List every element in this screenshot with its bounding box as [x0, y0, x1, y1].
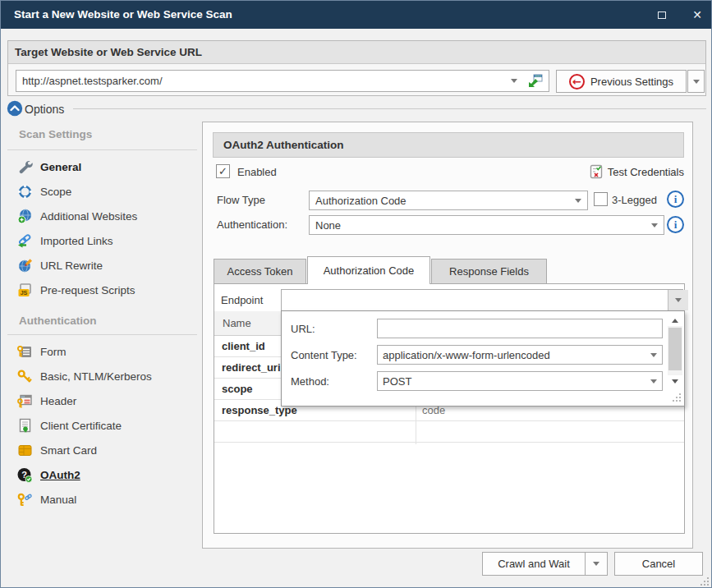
test-credentials-label: Test Credentials	[608, 166, 684, 178]
scrollbar-thumb[interactable]	[668, 328, 682, 370]
scan-dialog: Start a New Website or Web Service Scan …	[0, 0, 712, 588]
form-key-icon	[17, 344, 33, 360]
authentication-divider	[7, 334, 197, 335]
sidebar-item-label: Scope	[40, 186, 71, 198]
previous-settings-button[interactable]: ← Previous Settings	[556, 70, 687, 93]
sidebar-item-label: Basic, NTLM/Kerberos	[40, 370, 152, 383]
globe-pencil-icon	[17, 258, 33, 273]
sidebar-item-label: Smart Card	[40, 444, 97, 457]
popup-content-type-value: application/x-www-form-urlencoded	[383, 349, 650, 361]
flow-type-info-icon[interactable]: i	[667, 191, 684, 208]
endpoint-combobox[interactable]	[281, 289, 683, 311]
target-icon	[17, 184, 33, 200]
flow-type-value: Authorization Code	[315, 195, 575, 207]
authentication-value: None	[315, 219, 651, 232]
close-button[interactable]: ✕	[689, 7, 705, 22]
authentication-combobox[interactable]: None	[309, 215, 664, 235]
sidebar-item-label: Header	[40, 395, 76, 407]
titlebar: Start a New Website or Web Service Scan …	[1, 1, 712, 29]
popup-content-type-combobox[interactable]: application/x-www-form-urlencoded	[377, 345, 663, 365]
chevron-down-icon	[650, 353, 657, 357]
oauth2-section-header: OAuth2 Authentication	[213, 132, 684, 158]
scrollbar-track[interactable]	[668, 326, 682, 375]
triangle-down-icon	[672, 379, 678, 384]
maximize-icon	[658, 11, 666, 19]
sidebar-item-basic-ntlm-kerberos[interactable]: Basic, NTLM/Kerberos	[17, 367, 198, 385]
certificate-icon	[17, 418, 33, 434]
sidebar-item-pre-request-scripts[interactable]: JS Pre-request Scripts	[17, 281, 198, 299]
popup-method-value: POST	[383, 375, 650, 388]
sidebar-item-label: Pre-request Scripts	[40, 284, 136, 296]
options-divider	[73, 108, 706, 109]
authentication-header: Authentication	[19, 315, 97, 327]
previous-settings-label: Previous Settings	[590, 76, 673, 88]
popup-url-input[interactable]	[377, 319, 663, 338]
enabled-checkbox[interactable]: ✓	[216, 164, 230, 178]
test-credentials-button[interactable]: Test Credentials	[576, 163, 684, 180]
crawl-and-wait-button[interactable]: Crawl and Wait	[482, 552, 586, 576]
target-url-combobox[interactable]: http://aspnet.testsparker.com/	[16, 70, 549, 92]
sidebar-item-general[interactable]: General	[17, 158, 198, 176]
chevron-down-icon	[650, 379, 657, 384]
triangle-up-icon	[672, 319, 678, 323]
popup-method-label: Method:	[291, 375, 329, 388]
sidebar-item-manual[interactable]: Manual	[17, 490, 198, 508]
tab-label: Response Fields	[449, 265, 529, 278]
window-resize-grip[interactable]	[698, 575, 710, 587]
sidebar-item-oauth2[interactable]: ? OAuth2	[17, 466, 198, 484]
scroll-up-button[interactable]	[668, 315, 682, 326]
sidebar-item-label: Additional Websites	[40, 210, 137, 223]
sidebar-item-label: Client Certificate	[40, 420, 122, 432]
tab-access-token[interactable]: Access Token	[214, 259, 306, 284]
popup-method-combobox[interactable]: POST	[377, 371, 663, 391]
key-link-icon	[17, 492, 33, 508]
tab-response-fields[interactable]: Response Fields	[431, 259, 547, 284]
cancel-button[interactable]: Cancel	[614, 552, 703, 576]
options-label[interactable]: Options	[25, 103, 64, 116]
scan-settings-divider	[7, 149, 197, 150]
previous-arrow-icon: ←	[569, 74, 585, 90]
cancel-label: Cancel	[642, 558, 675, 570]
popup-content-type-label: Content Type:	[291, 349, 357, 361]
three-legged-label: 3-Legged	[612, 194, 657, 206]
flow-type-label: Flow Type	[217, 194, 265, 206]
wrench-icon	[17, 159, 33, 175]
sidebar-item-label: Imported Links	[40, 235, 113, 247]
sidebar-item-additional-websites[interactable]: Additional Websites	[17, 207, 198, 225]
open-in-browser-icon[interactable]	[527, 74, 543, 89]
popup-url-label: URL:	[291, 323, 315, 335]
test-credentials-icon	[590, 164, 603, 179]
sidebar-item-form[interactable]: Form	[17, 342, 198, 361]
maximize-button[interactable]	[654, 7, 670, 22]
collapse-options-icon[interactable]	[7, 100, 23, 117]
sidebar-item-smart-card[interactable]: Smart Card	[17, 441, 198, 459]
target-url-value: http://aspnet.testsparker.com/	[22, 75, 511, 87]
endpoint-dropdown-button[interactable]	[668, 290, 688, 310]
sidebar-item-header[interactable]: Header	[17, 392, 198, 410]
js-script-icon: JS	[17, 283, 33, 298]
chevron-down-icon	[675, 298, 682, 302]
crawl-options-dropdown-button[interactable]	[585, 552, 608, 576]
sidebar-item-label: OAuth2	[40, 469, 80, 481]
authentication-label: Authentication:	[217, 218, 287, 231]
chevron-down-icon	[593, 562, 599, 566]
close-icon: ✕	[692, 8, 702, 21]
window-title: Start a New Website or Web Service Scan	[14, 1, 232, 29]
three-legged-checkbox[interactable]	[594, 192, 608, 206]
sidebar-item-client-certificate[interactable]: Client Certificate	[17, 416, 198, 434]
chevron-down-icon	[651, 223, 658, 227]
sidebar-item-url-rewrite[interactable]: URL Rewrite	[17, 256, 198, 274]
sidebar-item-label: Manual	[40, 494, 76, 506]
scroll-down-button[interactable]	[668, 375, 682, 387]
flow-type-combobox[interactable]: Authorization Code	[309, 191, 588, 210]
sidebar-item-scope[interactable]: Scope	[17, 182, 198, 200]
previous-settings-dropdown-button[interactable]	[687, 70, 705, 93]
url-dropdown-icon[interactable]	[511, 79, 517, 83]
tab-authorization-code[interactable]: Authorization Code	[307, 256, 430, 284]
popup-resize-grip[interactable]	[672, 393, 682, 403]
tab-label: Authorization Code	[324, 264, 415, 277]
sidebar-item-imported-links[interactable]: Imported Links	[17, 232, 198, 250]
chain-link-icon	[17, 233, 33, 249]
table-row[interactable]	[214, 421, 684, 443]
authentication-info-icon[interactable]: i	[667, 216, 684, 233]
